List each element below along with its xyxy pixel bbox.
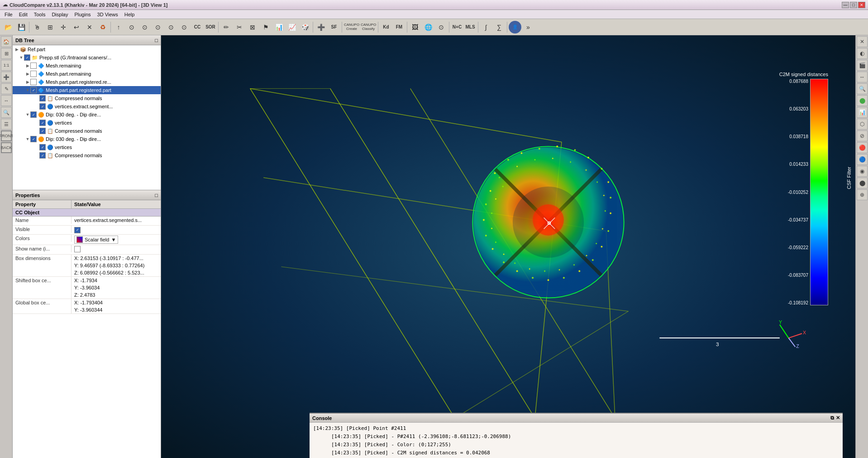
check-dip1[interactable]	[30, 111, 37, 118]
tb-undo[interactable]: ↩	[70, 21, 83, 34]
tb-nc[interactable]: N+C	[451, 21, 463, 34]
tb-select-all[interactable]: ⊞	[44, 21, 57, 34]
menu-tools[interactable]: Tools	[31, 11, 48, 18]
check-dip2[interactable]	[30, 136, 37, 142]
tree-item-vertices-extract[interactable]: ▶ 🔵 vertices.extract.segment...	[13, 102, 161, 111]
menu-help[interactable]: Help	[122, 11, 138, 18]
tb-canupo-create[interactable]: CANUPOCreate	[343, 21, 360, 34]
colors-dropdown[interactable]: Scalar field ▼	[74, 236, 118, 244]
minimize-button[interactable]: —	[842, 2, 849, 8]
dbtree-collapse[interactable]: □	[155, 38, 158, 43]
menu-plugins[interactable]: Plugins	[72, 11, 93, 18]
tb-pencil[interactable]: ✏	[220, 21, 233, 34]
ri-pan[interactable]: ↔	[857, 72, 868, 82]
li-pen[interactable]: ✎	[1, 83, 12, 94]
tree-item-ref-part[interactable]: ▶ 📦 Ref.part	[13, 45, 161, 53]
expand-dip2[interactable]: ▼	[25, 137, 30, 141]
tb-translate[interactable]: ✛	[57, 21, 70, 34]
ri-circle[interactable]: ◉	[857, 166, 868, 177]
li-11[interactable]: 1:1	[1, 60, 12, 71]
console-close-btn[interactable]: ✕	[836, 415, 840, 421]
tree-item-dip2[interactable]: ▼ 🟠 Dip: 030 deg. - Dip dire...	[13, 135, 161, 143]
menu-display[interactable]: Display	[49, 11, 71, 18]
check-mesh-part-registered-part[interactable]	[30, 87, 37, 93]
tb-canupo-classify[interactable]: CANUPOClassify	[360, 21, 377, 34]
tb-scissors[interactable]: ⊠	[246, 21, 259, 34]
check-vertices-dip1[interactable]	[39, 120, 46, 126]
tb-delete[interactable]: ✕	[83, 21, 96, 34]
check-prepp[interactable]	[24, 54, 30, 61]
tb-up[interactable]: ↑	[112, 21, 125, 34]
ri-blue-dot[interactable]: 🔵	[857, 154, 868, 165]
ri-chart[interactable]: 📊	[857, 107, 868, 118]
tree-item-mesh-remaining[interactable]: ▶ 🔷 Mesh.remaining	[13, 62, 161, 70]
tb-open[interactable]: 📂	[2, 21, 14, 34]
tb-sf[interactable]: SF	[328, 21, 340, 34]
ri-add[interactable]: ⊕	[857, 189, 868, 200]
tb-mouse[interactable]: 🖱	[31, 21, 43, 34]
tb-cc[interactable]: CC	[191, 21, 204, 34]
tree-item-mesh-part-registered-part[interactable]: ▼ 🔷 Mesh.part.part.registered.part	[13, 86, 161, 94]
check-mesh-part-remaining[interactable]	[30, 71, 37, 77]
expand-mesh-remaining[interactable]: ▶	[25, 63, 30, 68]
li-zoom[interactable]: 🔍	[1, 107, 12, 118]
tb-3d[interactable]: 🎲	[299, 21, 311, 34]
check-compressed-normals-dip2[interactable]	[39, 152, 46, 159]
expand-mesh-part-registered-re[interactable]: ▶	[25, 80, 30, 84]
tb-img1[interactable]: 🖼	[409, 21, 421, 34]
tb-points4[interactable]: ⊙	[165, 21, 177, 34]
expand-mesh-part-remaining[interactable]: ▶	[25, 72, 30, 76]
expand-ref-part[interactable]: ▶	[14, 47, 19, 52]
li-front[interactable]: FRONT	[1, 130, 12, 141]
tree-item-compressed-normals-dip2[interactable]: ▶ 📋 Compressed normals	[13, 151, 161, 159]
visible-checkbox[interactable]	[74, 227, 81, 233]
menu-file[interactable]: File	[2, 11, 15, 18]
tree-item-compressed-normals-dip1[interactable]: ▶ 📋 Compressed normals	[13, 127, 161, 135]
ri-red-dot[interactable]: 🔴	[857, 142, 868, 153]
li-home[interactable]: 🏠	[1, 36, 12, 47]
dbtree-content[interactable]: ▶ 📦 Ref.part ▼ 📁 Prepp.stl (G:/Intraoral…	[13, 45, 161, 190]
tb-crop[interactable]: ✂	[233, 21, 246, 34]
check-mesh-remaining[interactable]	[30, 63, 37, 69]
tree-item-vertices-dip2[interactable]: ▶ 🔵 vertices	[13, 143, 161, 151]
tb-more[interactable]: »	[522, 21, 534, 34]
tb-chart2[interactable]: 📈	[286, 21, 298, 34]
tb-sor[interactable]: SOR	[204, 21, 217, 34]
ri-hex[interactable]: ⬡	[857, 119, 868, 130]
show-name-checkbox[interactable]	[74, 246, 81, 252]
ri-filled-dot[interactable]: ⬤	[857, 178, 868, 188]
check-vertices-dip2[interactable]	[39, 144, 46, 150]
check-compressed-normals-1[interactable]	[39, 95, 46, 101]
tb-save[interactable]: 💾	[15, 21, 28, 34]
tree-item-dip1[interactable]: ▼ 🟠 Dip: 030 deg. - Dip dire...	[13, 111, 161, 119]
check-mesh-part-registered-re[interactable]	[30, 79, 37, 85]
tb-points3[interactable]: ⊙	[152, 21, 164, 34]
tb-img3[interactable]: ⊙	[435, 21, 448, 34]
ri-close[interactable]: ✕	[857, 36, 868, 47]
tb-points1[interactable]: ⊙	[125, 21, 138, 34]
tb-points5[interactable]: ⊙	[178, 21, 191, 34]
check-vertices-extract[interactable]	[39, 103, 46, 110]
tb-mls[interactable]: MLS	[464, 21, 477, 34]
ri-film[interactable]: 🎬	[857, 60, 868, 71]
ri-green-dot[interactable]: ⬤	[857, 95, 868, 106]
tb-img2[interactable]: 🌐	[422, 21, 434, 34]
li-back[interactable]: BACK	[1, 142, 12, 153]
tb-chart[interactable]: 📊	[272, 21, 285, 34]
expand-prepp[interactable]: ▼	[19, 55, 24, 60]
check-compressed-normals-dip1[interactable]	[39, 128, 46, 134]
ri-half[interactable]: ◐	[857, 48, 868, 59]
view3d[interactable]: 3 Y X Z C2M signed distances	[161, 35, 855, 458]
li-arrows[interactable]: ↔	[1, 95, 12, 106]
li-layers[interactable]: ☰	[1, 119, 12, 130]
tb-curve2[interactable]: ∑	[493, 21, 506, 34]
li-grid[interactable]: ⊞	[1, 48, 12, 59]
tree-item-compressed-normals-1[interactable]: ▶ 📋 Compressed normals	[13, 94, 161, 102]
ri-cross[interactable]: ⊘	[857, 130, 868, 141]
tb-curve1[interactable]: ∫	[480, 21, 492, 34]
tb-points2[interactable]: ⊙	[138, 21, 151, 34]
tb-kd[interactable]: Kd	[380, 21, 392, 34]
tb-flag[interactable]: ⚑	[259, 21, 272, 34]
ri-zoom-in[interactable]: 🔍	[857, 83, 868, 94]
tb-sample[interactable]: ♻	[96, 21, 109, 34]
